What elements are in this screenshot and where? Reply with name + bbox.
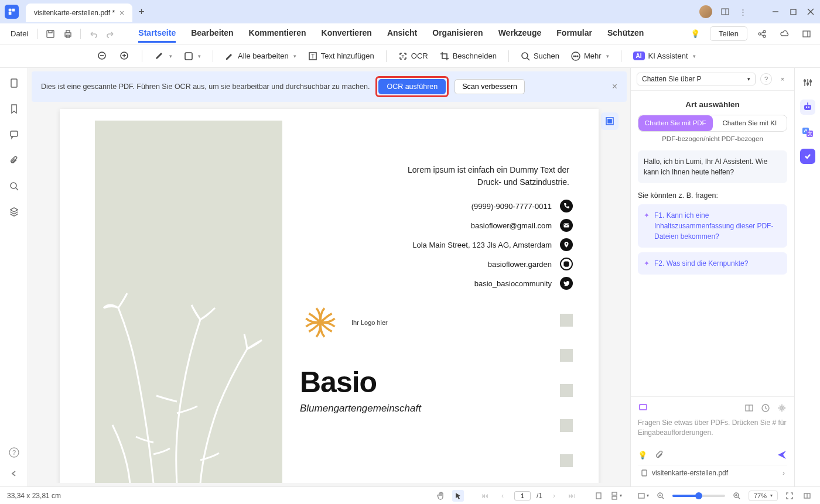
first-page-icon[interactable]: ⏮: [479, 490, 491, 502]
next-page-icon[interactable]: ›: [548, 490, 560, 502]
ai-expand-icon[interactable]: [744, 403, 754, 413]
tab-werkzeuge[interactable]: Werkzeuge: [498, 25, 542, 43]
layers-icon[interactable]: [8, 206, 20, 218]
edit-all-button[interactable]: Alle bearbeiten▾: [221, 49, 300, 63]
zoom-out-button[interactable]: [94, 49, 111, 64]
save-icon[interactable]: [43, 26, 58, 42]
ai-badge-icon: AI: [633, 52, 645, 60]
tab-bearbeiten[interactable]: Bearbeiten: [191, 25, 233, 43]
svg-point-59: [807, 83, 808, 85]
ocr-banner-close-icon[interactable]: ×: [612, 81, 617, 92]
ai-attached-file[interactable]: visitenkarte-erstellen.pdf ›: [638, 465, 787, 481]
add-tab-button[interactable]: +: [138, 6, 145, 18]
collapse-sidebar-icon[interactable]: [8, 468, 20, 479]
comments-icon[interactable]: [8, 129, 20, 140]
accent-blocks: [560, 314, 573, 467]
ai-lightbulb-icon[interactable]: 💡: [638, 451, 647, 460]
maximize-icon[interactable]: [788, 7, 798, 16]
tab-kommentieren[interactable]: Kommentieren: [249, 25, 306, 43]
zoom-out-status-icon[interactable]: [655, 490, 667, 502]
ai-panel-close-icon[interactable]: ×: [777, 73, 788, 85]
add-text-button[interactable]: TText hinzufügen: [305, 49, 378, 63]
document-scroll[interactable]: Lorem ipsum ist einfach ein Dummy Text d…: [32, 104, 627, 483]
ai-attach-icon[interactable]: [654, 450, 664, 460]
lightbulb-icon[interactable]: 💡: [688, 26, 703, 42]
brand-name: Basio: [300, 365, 421, 399]
ai-mode-dropdown[interactable]: Chatten Sie über P▾: [637, 73, 756, 85]
thumbnails-icon[interactable]: [8, 77, 20, 89]
tab-organisieren[interactable]: Organisieren: [432, 25, 483, 43]
check-task-icon[interactable]: [800, 149, 815, 164]
view-single-icon[interactable]: [593, 490, 604, 502]
ocr-button[interactable]: TOCR: [395, 49, 432, 63]
last-page-icon[interactable]: ⏭: [566, 490, 578, 502]
ocr-run-button[interactable]: OCR ausführen: [378, 79, 446, 94]
ai-settings-icon[interactable]: [777, 403, 787, 413]
scan-enhance-button[interactable]: Scan verbessern: [455, 79, 525, 94]
ai-chat-icon[interactable]: [638, 403, 648, 413]
contact-list: (9999)-9090-7777-0011 basioflower@gmail.…: [412, 200, 573, 290]
cursor-tool-icon[interactable]: [452, 490, 464, 502]
adjust-icon[interactable]: [800, 75, 815, 90]
ai-suggestion-2[interactable]: ✦F2. Was sind die Kernpunkte?: [638, 252, 787, 275]
highlighter-button[interactable]: ▾: [151, 49, 176, 64]
page-number-input[interactable]: [514, 491, 531, 500]
hand-tool-icon[interactable]: [435, 490, 446, 502]
tab-startseite[interactable]: Startseite: [138, 25, 176, 43]
shape-button[interactable]: ▾: [180, 49, 204, 63]
attachments-icon[interactable]: [8, 155, 20, 166]
svg-line-80: [738, 497, 740, 499]
tab-formular[interactable]: Formular: [556, 25, 592, 43]
kebab-menu-icon[interactable]: ⋮: [738, 7, 747, 16]
ai-input-placeholder[interactable]: Fragen Sie etwas über PDFs. Drücken Sie …: [638, 418, 787, 438]
help-icon[interactable]: ?: [8, 447, 20, 458]
prev-page-icon[interactable]: ‹: [497, 490, 508, 502]
contact-email: basioflower@gmail.com: [412, 219, 573, 232]
zoom-in-status-icon[interactable]: [731, 490, 743, 502]
redo-icon[interactable]: [103, 26, 118, 42]
user-avatar[interactable]: [699, 5, 712, 18]
translate-icon[interactable]: A文: [800, 124, 815, 139]
ai-tab-ki[interactable]: Chatten Sie mit KI: [713, 115, 787, 131]
ai-assistant-button[interactable]: AIKI Assistent▾: [630, 49, 699, 63]
tab-schuetzen[interactable]: Schützen: [607, 25, 644, 43]
toolbar: ▾ ▾ Alle bearbeiten▾ TText hinzufügen TO…: [0, 44, 820, 68]
fit-width-icon[interactable]: ▾: [637, 490, 649, 502]
fullscreen-icon[interactable]: [784, 490, 795, 502]
view-continuous-icon[interactable]: ▾: [610, 490, 622, 502]
tab-konvertieren[interactable]: Konvertieren: [322, 25, 372, 43]
more-button[interactable]: Mehr▾: [568, 49, 613, 63]
ai-tab-pdf[interactable]: Chatten Sie mit PDF: [638, 115, 713, 131]
share-button[interactable]: Teilen: [710, 26, 747, 41]
ai-history-icon[interactable]: [760, 403, 771, 413]
document-tab[interactable]: visitenkarte-erstellen.pdf * ×: [26, 4, 132, 22]
svg-point-32: [573, 56, 575, 57]
print-icon[interactable]: [60, 26, 76, 42]
share-network-icon[interactable]: [754, 26, 770, 42]
search-sidebar-icon[interactable]: [8, 180, 20, 192]
tab-close-icon[interactable]: ×: [119, 8, 124, 18]
ai-help-icon[interactable]: ?: [760, 73, 772, 85]
minimize-icon[interactable]: [771, 7, 780, 16]
cloud-icon[interactable]: [777, 26, 792, 42]
bookmarks-icon[interactable]: [8, 103, 20, 115]
zoom-slider[interactable]: [672, 495, 725, 497]
zoom-in-button[interactable]: [116, 49, 134, 64]
file-menu[interactable]: Datei: [6, 27, 33, 40]
ai-robot-icon[interactable]: [800, 100, 815, 115]
tab-ansicht[interactable]: Ansicht: [387, 25, 417, 43]
search-button[interactable]: Suchen: [517, 49, 563, 63]
main: ? Dies ist eine gescannte PDF. Führen Si…: [0, 68, 820, 486]
crop-button[interactable]: Beschneiden: [436, 49, 500, 63]
svg-point-63: [808, 107, 809, 108]
svg-text:T: T: [311, 53, 315, 60]
panel-toggle-icon[interactable]: [799, 26, 814, 42]
close-icon[interactable]: [806, 7, 815, 16]
select-mode-icon[interactable]: [601, 112, 619, 130]
ai-send-icon[interactable]: [777, 450, 787, 460]
ai-suggestion-1[interactable]: ✦F1. Kann ich eine Inhaltszusammenfassun…: [638, 204, 787, 248]
undo-icon[interactable]: [86, 26, 101, 42]
window-panel-icon[interactable]: [720, 7, 730, 16]
zoom-percent-dropdown[interactable]: 77%▾: [749, 491, 778, 501]
reading-mode-icon[interactable]: [801, 490, 813, 502]
